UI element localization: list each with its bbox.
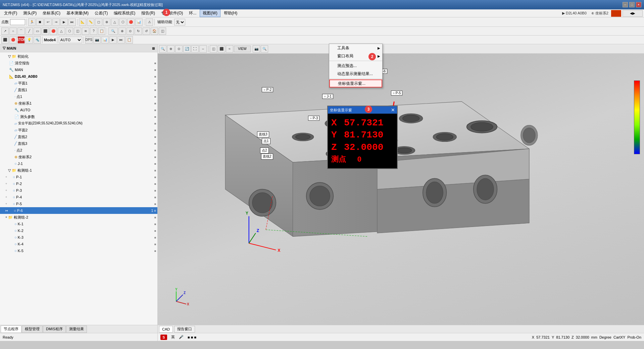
tb2-r6[interactable]: 🏠 [151, 27, 158, 35]
vp-btn-2[interactable]: ⊕ [167, 45, 175, 53]
tree-item-p6[interactable]: ↦○P-61 ≡ [0, 207, 157, 214]
tb3-5[interactable]: 🔩 [34, 36, 41, 44]
tb3-stop[interactable]: STOP [17, 36, 25, 44]
vp-btn-6[interactable]: ↔ [199, 45, 207, 53]
tb-btn-4[interactable]: ⇒ [52, 18, 60, 26]
tree-item-p4[interactable]: +○P-4≡ [0, 194, 157, 200]
menu-env[interactable]: 环... [186, 10, 199, 17]
point-count-input[interactable] [10, 19, 25, 25]
tb-btn-8[interactable]: 📏 [87, 18, 94, 26]
tree-item-group2[interactable]: +📁检测组-2≡ [0, 214, 157, 221]
menu-view[interactable]: 视图(W) [200, 9, 220, 17]
tab-dmis-program[interactable]: DMIS程序 [43, 326, 66, 333]
tb-btn-5[interactable]: ▶ [60, 18, 68, 26]
tb2-r1[interactable]: 🔍 [108, 27, 118, 35]
tb2-3[interactable]: ⌒ [17, 27, 25, 35]
tree-item-coord1[interactable]: ⊕坐标系1≡ [0, 100, 157, 107]
tab-report-window[interactable]: 报告窗口 [174, 326, 195, 333]
menu-file[interactable]: 文件(F) [1, 10, 20, 17]
tb3-4[interactable]: 💡 [26, 36, 33, 44]
tb-btn-14[interactable]: 📊 [135, 18, 143, 26]
tree-item-k1[interactable]: ○K-1≡ [0, 221, 157, 227]
vp-btn-1[interactable]: 🔍 [159, 45, 166, 53]
tb2-11[interactable]: ≋ [82, 27, 89, 35]
tb-btn-6[interactable]: ⏭ [68, 18, 76, 26]
tree-item-coord2[interactable]: ⊕坐标系2≡ [0, 154, 157, 160]
tree-item[interactable]: 📄清空报告≡ [0, 60, 157, 66]
tb2-1[interactable]: ↗ [1, 27, 9, 35]
maximize-button[interactable]: □ [629, 2, 635, 7]
tree-item-auto[interactable]: 🔧AUTO≡ [0, 107, 157, 113]
3d-viewport[interactable]: Y X Z ○ P-1 ○ P-6 ○ P-2 ○ J-1 ○ P-5 ○ P-… [158, 54, 644, 325]
view-select[interactable]: VIEW [234, 46, 251, 52]
tree-item-line2[interactable]: ╱直线2≡ [0, 133, 157, 140]
minimize-button[interactable]: ─ [623, 2, 628, 7]
tb3-1[interactable]: ⬛ [1, 36, 9, 44]
tb2-10[interactable]: ◫ [74, 27, 81, 35]
tree-item-p2[interactable]: +○P-2≡ [0, 180, 157, 187]
tb-btn-1[interactable]: 🏃 [28, 18, 36, 26]
vp-btn-4[interactable]: 🔄 [183, 45, 191, 53]
tb-btn-2[interactable]: ⏹ [36, 18, 44, 26]
tree-item-line3[interactable]: ╱直线3≡ [0, 140, 157, 147]
tree-item-p3[interactable]: +○P-3≡ [0, 187, 157, 194]
assist-select[interactable]: 无 [174, 19, 185, 25]
tb-btn-15[interactable]: ⚠ [146, 18, 153, 26]
vp-btn-5[interactable]: ⛶ [191, 45, 199, 53]
tb3-2[interactable]: 🔴 [9, 36, 17, 44]
mic-icon[interactable]: 🎤 [179, 335, 184, 339]
tree-item[interactable]: ▽📁初始化 [0, 53, 157, 60]
tree-item-j1[interactable]: ○J-1≡ [0, 160, 157, 167]
tb2-9[interactable]: ⬡ [66, 27, 73, 35]
vp-btn-9[interactable]: ≈ [226, 45, 233, 53]
menu-coord-display[interactable]: 坐标值显示窗... [329, 79, 382, 88]
expand-icon[interactable]: ⊞ [152, 47, 155, 50]
tree-item-k4[interactable]: ○K-4≡ [0, 241, 157, 247]
tb2-5[interactable]: ▭ [34, 27, 41, 35]
tb2-r5[interactable]: ↺ [143, 27, 150, 35]
tb3-r1[interactable]: DPS [85, 36, 93, 44]
tree-item-d2l40[interactable]: 📐D2L40_A0B0≡ [0, 73, 157, 80]
menu-probe[interactable]: 测头(P) [20, 10, 39, 17]
vp-btn-3[interactable]: ⊙ [175, 45, 183, 53]
menu-tolerance[interactable]: 公差(T) [92, 10, 110, 17]
tb2-r2[interactable]: ⊕ [118, 27, 126, 35]
tb-btn-7[interactable]: 📐 [79, 18, 86, 26]
tree-item-group1[interactable]: ▽📁检测组-1≡ [0, 167, 157, 174]
tree-root-expand[interactable]: ▽ [3, 46, 5, 50]
tree-item-plane1[interactable]: ▱平面1≡ [0, 80, 157, 86]
tb2-6[interactable]: ⬛ [42, 27, 49, 35]
tab-node-program[interactable]: 节点程序 [1, 326, 21, 333]
tree-item-k3[interactable]: ○K-3≡ [0, 234, 157, 241]
vp-btn-8[interactable]: ⬛ [218, 45, 225, 53]
tb3-r2[interactable]: 📷 [93, 36, 101, 44]
tb-btn-12[interactable]: ⬡ [119, 18, 127, 26]
tree-item-k5[interactable]: ○K-5≡ [0, 247, 157, 254]
tb-btn-9[interactable]: ◻ [95, 18, 102, 26]
vp-btn-cam2[interactable]: 🔍 [261, 45, 268, 53]
tb-btn-3[interactable]: ↩ [44, 18, 52, 26]
menu-report[interactable]: 报告(R) [139, 10, 158, 17]
tb2-7[interactable]: 🔴 [50, 27, 57, 35]
tree-item-plane2[interactable]: ▱平面2≡ [0, 127, 157, 133]
tb2-13[interactable]: 📋 [98, 27, 105, 35]
tree-item[interactable]: 🔧MAN≡ [0, 66, 157, 73]
menu-toolbar[interactable]: 工具条 ▶ [329, 44, 382, 52]
tb2-8[interactable]: △ [58, 27, 65, 35]
menu-special[interactable]: 专用软件(O) [158, 10, 186, 17]
tb2-4[interactable]: ╱ [26, 27, 33, 35]
tree-item-point1[interactable]: ·点1≡ [0, 93, 157, 100]
tb2-r7[interactable]: ◫ [159, 27, 166, 35]
tab-cad[interactable]: CAD [159, 326, 173, 333]
tb2-r4[interactable]: ↻ [135, 27, 142, 35]
close-button[interactable]: ✕ [636, 2, 641, 7]
menu-coord[interactable]: 坐标系(C) [40, 10, 63, 17]
menu-help[interactable]: 帮助(H) [221, 10, 240, 17]
menu-probe-preselect[interactable]: 测点预选... [329, 62, 382, 70]
tb3-r3[interactable]: 📊 [101, 36, 109, 44]
tree-item-probeparam[interactable]: 📄测头参数≡ [0, 113, 157, 120]
tb-btn-13[interactable]: 🔴 [127, 18, 135, 26]
tb3-r4[interactable]: ▶ [109, 36, 117, 44]
vp-btn-cam1[interactable]: 📷 [253, 45, 260, 53]
tree-item-p1[interactable]: +○P-1≡ [0, 174, 157, 180]
